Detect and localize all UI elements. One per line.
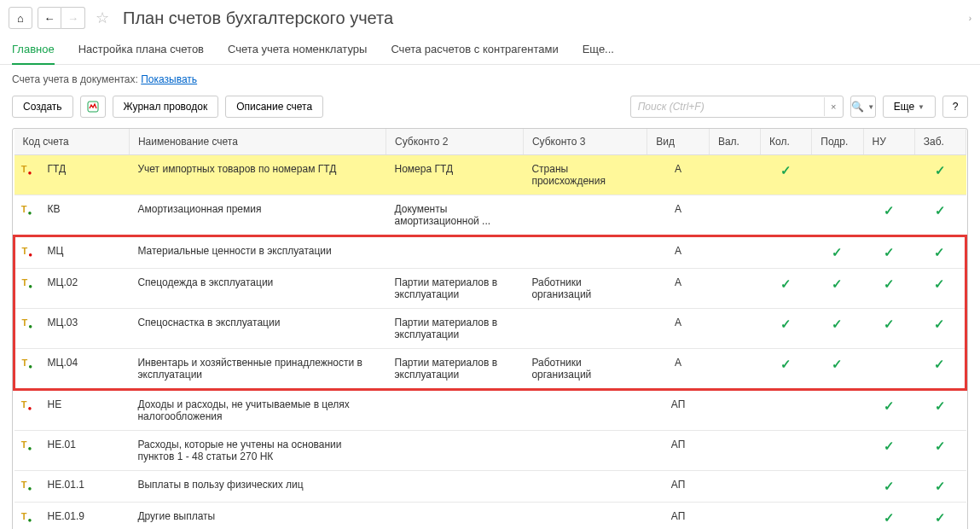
tab-4[interactable]: Еще...	[583, 43, 614, 55]
account-type-icon: Т●	[21, 358, 32, 368]
col-code[interactable]: Код счета	[14, 129, 130, 155]
row-icon-cell: Т●	[14, 155, 39, 195]
table-row[interactable]: Т●МЦ.02Спецодежда в эксплуатацииПартии м…	[14, 269, 966, 309]
tab-3[interactable]: Счета расчетов с контрагентами	[391, 43, 558, 55]
sub3-cell: Страны происхождения	[523, 155, 647, 195]
name-cell: Инвентарь и хозяйственные принадлежности…	[129, 349, 386, 390]
table-row[interactable]: Т●НЕ.01.9Другие выплатыАП✓✓	[14, 503, 966, 530]
more-button[interactable]: Еще ▼	[883, 96, 936, 118]
search-clear-button[interactable]: ×	[824, 97, 843, 116]
check-icon: ✓	[935, 510, 946, 525]
table-row[interactable]: Т●МЦ.04Инвентарь и хозяйственные принадл…	[14, 349, 966, 390]
nu-cell: ✓	[863, 471, 914, 503]
sub2-cell	[386, 236, 524, 269]
accounts-table: Код счета Наименование счета Субконто 2 …	[13, 129, 967, 529]
col-kol[interactable]: Кол.	[761, 129, 812, 155]
vid-cell: А	[647, 349, 710, 390]
col-nu[interactable]: НУ	[863, 129, 914, 155]
vid-cell: А	[647, 155, 710, 195]
table-row[interactable]: Т●НЕДоходы и расходы, не учитываемые в ц…	[14, 390, 966, 431]
nu-cell	[863, 155, 914, 195]
check-icon: ✓	[832, 245, 843, 259]
sub2-cell: Партии материалов в эксплуатации	[386, 269, 524, 309]
sub2-cell: Партии материалов в эксплуатации	[386, 309, 524, 349]
val-cell	[709, 390, 760, 431]
account-type-icon: Т●	[21, 511, 32, 521]
col-podr[interactable]: Подр.	[812, 129, 863, 155]
col-sub2[interactable]: Субконто 2	[386, 129, 524, 155]
sub2-cell	[386, 471, 524, 503]
check-icon: ✓	[935, 439, 946, 453]
search-input[interactable]	[631, 101, 824, 113]
table-row[interactable]: Т●НЕ.01.1Выплаты в пользу физических лиц…	[14, 471, 966, 503]
name-cell: Спецодежда в эксплуатации	[129, 269, 386, 309]
val-cell	[709, 269, 760, 309]
check-icon: ✓	[884, 479, 895, 493]
table-row[interactable]: Т●МЦМатериальные ценности в эксплуатации…	[14, 236, 966, 269]
account-type-icon: Т●	[21, 399, 32, 410]
help-button[interactable]: ?	[942, 96, 968, 118]
activity-icon	[87, 101, 99, 113]
nu-cell: ✓	[863, 195, 914, 236]
name-cell: Другие выплаты	[129, 503, 386, 530]
sub2-cell: Номера ГТД	[386, 155, 524, 195]
check-icon: ✓	[832, 317, 843, 331]
tab-2[interactable]: Счета учета номенклатуры	[228, 43, 367, 55]
name-cell: Расходы, которые не учтены на основании …	[129, 431, 386, 471]
zab-cell: ✓	[914, 390, 966, 431]
account-type-icon: Т●	[21, 439, 32, 450]
nu-cell: ✓	[863, 503, 914, 530]
col-name[interactable]: Наименование счета	[129, 129, 386, 155]
col-sub3[interactable]: Субконто 3	[523, 129, 647, 155]
journal-button[interactable]: Журнал проводок	[113, 96, 219, 118]
table-row[interactable]: Т●КВАмортизационная премияДокументы амор…	[14, 195, 966, 236]
zab-cell: ✓	[914, 269, 966, 309]
sub2-cell: Партии материалов в эксплуатации	[386, 349, 524, 390]
table-row[interactable]: Т●ГТДУчет импортных товаров по номерам Г…	[14, 155, 966, 195]
favorite-star-icon[interactable]: ☆	[90, 7, 114, 29]
name-cell: Спецоснастка в эксплуатации	[129, 309, 386, 349]
sub2-cell: Документы амортизационной ...	[386, 195, 524, 236]
podr-cell	[812, 503, 863, 530]
col-zab[interactable]: Заб.	[914, 129, 966, 155]
code-cell: НЕ	[39, 390, 130, 431]
table-row[interactable]: Т●МЦ.03Спецоснастка в эксплуатацииПартии…	[14, 309, 966, 349]
vid-cell: А	[647, 309, 710, 349]
tab-1[interactable]: Настройка плана счетов	[78, 43, 204, 55]
check-icon: ✓	[934, 245, 945, 259]
tab-0[interactable]: Главное	[12, 43, 55, 65]
code-cell: КВ	[39, 195, 130, 236]
nu-cell: ✓	[863, 269, 914, 309]
kol-cell	[761, 471, 812, 503]
vid-cell: АП	[647, 503, 710, 530]
sub3-cell	[523, 431, 647, 471]
search-box: ×	[630, 96, 844, 118]
zab-cell: ✓	[914, 431, 966, 471]
zab-cell: ✓	[914, 236, 966, 269]
home-button[interactable]: ⌂	[9, 7, 32, 29]
create-button[interactable]: Создать	[12, 96, 73, 118]
check-icon: ✓	[780, 357, 792, 371]
back-button[interactable]: ←	[38, 7, 61, 29]
forward-button[interactable]: →	[61, 7, 85, 29]
info-line: Счета учета в документах: Показывать	[0, 65, 980, 90]
sub2-cell	[386, 390, 524, 431]
arrow-left-icon: ←	[44, 12, 55, 25]
activity-button[interactable]	[80, 96, 106, 118]
description-button[interactable]: Описание счета	[225, 96, 323, 118]
sub3-cell	[523, 390, 647, 431]
magnifier-icon: 🔍	[851, 101, 864, 113]
col-val[interactable]: Вал.	[709, 129, 760, 155]
col-vid[interactable]: Вид	[647, 129, 710, 155]
search-options-button[interactable]: 🔍▼	[850, 96, 876, 118]
chevron-right-icon[interactable]: ›	[969, 14, 971, 23]
podr-cell	[812, 155, 863, 195]
code-cell: НЕ.01	[39, 431, 130, 471]
val-cell	[709, 155, 760, 195]
check-icon: ✓	[935, 398, 946, 413]
nu-cell	[863, 349, 914, 390]
show-link[interactable]: Показывать	[141, 73, 197, 85]
account-type-icon: Т●	[21, 204, 32, 214]
table-row[interactable]: Т●НЕ.01Расходы, которые не учтены на осн…	[14, 431, 966, 471]
account-type-icon: Т●	[21, 164, 32, 174]
